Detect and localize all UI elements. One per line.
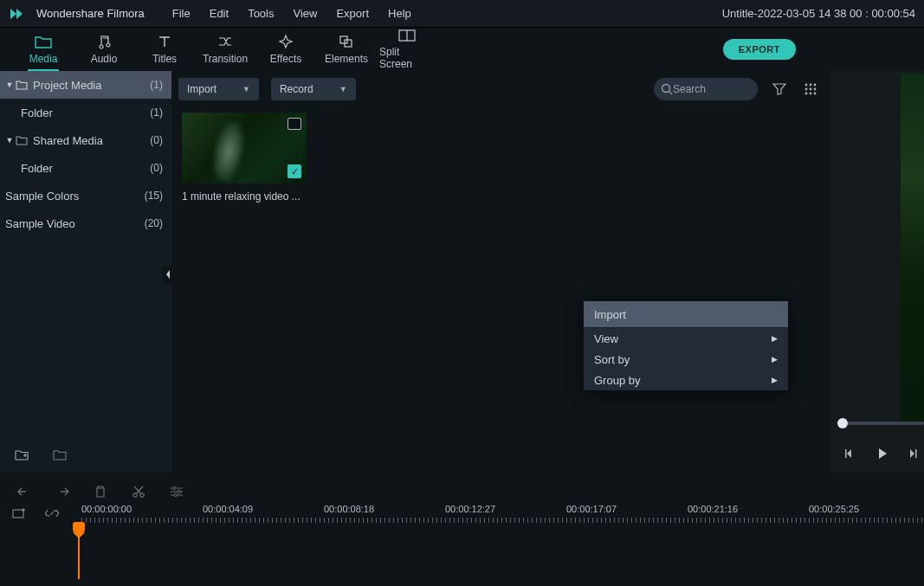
preview-seek-slider[interactable]: [837, 422, 924, 425]
sidebar-item-count: (0): [150, 134, 163, 146]
delete-icon[interactable]: [92, 483, 109, 500]
slider-knob-icon[interactable]: [837, 418, 848, 428]
main-area: ▼ Project Media (1) Folder (1) ▼ Shared …: [0, 71, 924, 472]
context-menu-label: Group by: [594, 374, 640, 387]
chevron-down-icon: ▼: [339, 85, 347, 93]
redo-icon[interactable]: [54, 483, 71, 500]
svg-point-12: [805, 93, 808, 95]
sidebar-item-label: Shared Media: [33, 134, 150, 147]
menu-file[interactable]: File: [172, 7, 191, 20]
filter-icon[interactable]: [770, 80, 789, 99]
export-button[interactable]: EXPORT: [723, 39, 796, 60]
text-icon: [158, 34, 171, 49]
menu-edit[interactable]: Edit: [210, 7, 229, 20]
chevron-right-icon: ▶: [772, 355, 778, 364]
import-dropdown[interactable]: Import ▼: [178, 78, 259, 100]
media-thumbnail[interactable]: ✓: [182, 113, 307, 184]
playhead[interactable]: [78, 524, 80, 579]
context-menu-group-by[interactable]: Group by ▶: [584, 370, 788, 390]
tab-media[interactable]: Media: [16, 29, 71, 70]
sidebar-item-folder-2[interactable]: Folder (0): [0, 154, 171, 182]
svg-rect-15: [845, 449, 847, 458]
add-track-icon[interactable]: [10, 505, 28, 522]
new-folder-icon[interactable]: [14, 448, 29, 463]
grid-view-icon[interactable]: [801, 80, 820, 99]
sidebar-item-project-media[interactable]: ▼ Project Media (1): [0, 71, 171, 99]
timeline-ruler[interactable]: 00:00:00:00 00:00:04:09 00:00:08:18 00:0…: [81, 502, 924, 525]
sidebar-item-folder-1[interactable]: Folder (1): [0, 99, 171, 126]
app-title: Wondershare Filmora: [36, 7, 145, 20]
chevron-down-icon: ▼: [242, 85, 250, 93]
media-content: Import ▼ Record ▼ ✓ 1 minute relaxing vi…: [171, 71, 830, 472]
tab-split-screen[interactable]: Split Screen: [379, 29, 435, 70]
svg-point-20: [178, 490, 180, 493]
timecode: 00:00:00:00: [81, 504, 132, 514]
svg-point-17: [133, 493, 137, 497]
preview-panel: [830, 71, 924, 472]
content-toolbar: Import ▼ Record ▼: [178, 71, 820, 104]
preview-controls: [837, 448, 924, 460]
sidebar-item-count: (20): [145, 217, 163, 229]
tab-titles[interactable]: Titles: [137, 29, 192, 70]
document-title: Untitle-2022-03-05 14 38 00 : 00:00:54: [722, 7, 915, 20]
record-dropdown[interactable]: Record ▼: [271, 78, 356, 100]
search-input[interactable]: [673, 83, 742, 95]
tab-audio[interactable]: Audio: [76, 29, 132, 70]
svg-point-14: [814, 93, 817, 95]
svg-point-4: [662, 85, 670, 93]
svg-point-18: [140, 493, 144, 497]
play-button[interactable]: [877, 448, 888, 460]
timeline-ruler-row: 00:00:00:00 00:00:04:09 00:00:08:18 00:0…: [0, 501, 924, 524]
svg-point-13: [810, 93, 812, 95]
cut-icon[interactable]: [130, 483, 147, 500]
svg-point-6: [805, 84, 808, 87]
tab-effects[interactable]: Effects: [258, 29, 313, 70]
timeline-track-area[interactable]: [0, 524, 924, 586]
context-menu-view[interactable]: View ▶: [584, 328, 788, 349]
next-frame-button[interactable]: [908, 448, 921, 459]
context-menu-import[interactable]: Import: [584, 301, 788, 327]
sidebar-item-count: (15): [145, 190, 163, 202]
timecode: 00:00:04:09: [203, 504, 253, 514]
link-icon[interactable]: [43, 505, 61, 522]
titlebar: Wondershare Filmora File Edit Tools View…: [0, 0, 924, 28]
prev-frame-button[interactable]: [844, 448, 856, 459]
tab-elements[interactable]: Elements: [319, 29, 374, 70]
svg-point-9: [805, 88, 808, 91]
svg-point-7: [810, 84, 812, 87]
sparkle-icon: [278, 34, 294, 49]
settings-sliders-icon[interactable]: [168, 483, 185, 500]
chevron-right-icon: ▶: [772, 376, 778, 384]
svg-rect-22: [13, 510, 23, 518]
sidebar-item-sample-video[interactable]: Sample Video (20): [0, 209, 171, 237]
search-box[interactable]: [654, 78, 758, 100]
sidebar-item-sample-colors[interactable]: Sample Colors (15): [0, 182, 171, 209]
menu-tools[interactable]: Tools: [248, 7, 274, 20]
media-item[interactable]: ✓ 1 minute relaxing video ...: [182, 113, 307, 203]
preview-frame: [901, 74, 924, 423]
folder-icon: [16, 135, 33, 145]
tab-transition[interactable]: Transition: [197, 29, 253, 70]
timecode: 00:00:08:18: [324, 504, 374, 514]
undo-icon[interactable]: [16, 483, 33, 500]
timeline-panel: 00:00:00:00 00:00:04:09 00:00:08:18 00:0…: [0, 472, 924, 586]
media-grid: ✓ 1 minute relaxing video ...: [178, 104, 820, 211]
shapes-icon: [339, 34, 354, 49]
search-icon: [661, 83, 673, 95]
import-label: Import: [187, 83, 216, 95]
folder-icon[interactable]: [52, 448, 68, 463]
record-label: Record: [280, 83, 313, 95]
sidebar-item-label: Sample Colors: [5, 190, 145, 203]
svg-line-5: [669, 92, 673, 95]
context-menu: Import View ▶ Sort by ▶ Group by ▶: [584, 301, 788, 390]
svg-point-11: [814, 88, 817, 91]
tool-tabs: Media Audio Titles Transition Effects El…: [0, 28, 924, 71]
context-menu-sort-by[interactable]: Sort by ▶: [584, 349, 788, 370]
sidebar-item-count: (1): [150, 79, 163, 91]
sidebar-item-shared-media[interactable]: ▼ Shared Media (0): [0, 126, 171, 154]
split-screen-icon: [398, 29, 416, 42]
menu-view[interactable]: View: [293, 7, 317, 20]
menu-help[interactable]: Help: [388, 7, 411, 20]
menu-export[interactable]: Export: [336, 7, 369, 20]
sidebar-item-label: Sample Video: [5, 217, 145, 230]
